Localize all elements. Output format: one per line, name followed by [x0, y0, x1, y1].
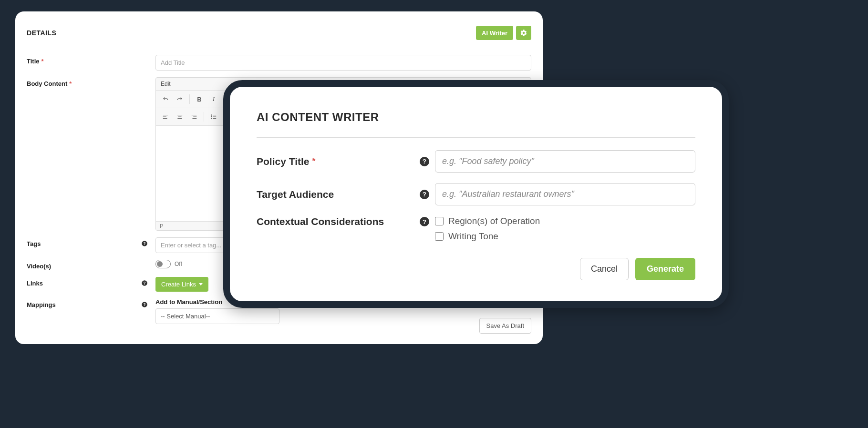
- align-right-button[interactable]: [187, 110, 201, 123]
- toggle-thumb: [157, 261, 163, 267]
- redo-icon: [176, 96, 183, 102]
- regions-checkbox[interactable]: [435, 217, 444, 225]
- body-content-label: Body Content *: [27, 77, 155, 231]
- title-row: Title *: [27, 55, 531, 71]
- svg-text:?: ?: [144, 303, 146, 307]
- tone-label: Writing Tone: [448, 231, 498, 242]
- save-draft-wrap: Save As Draft: [479, 318, 531, 334]
- generate-button[interactable]: Generate: [635, 258, 695, 280]
- links-label: Links ?: [27, 277, 155, 292]
- links-label-text: Links: [27, 280, 43, 287]
- svg-point-10: [211, 116, 212, 117]
- cancel-button[interactable]: Cancel: [580, 258, 629, 280]
- required-indicator: *: [312, 156, 316, 166]
- help-icon[interactable]: ?: [141, 301, 148, 309]
- policy-title-label-text: Policy Title: [257, 156, 310, 167]
- question-circle-icon: ?: [420, 190, 429, 199]
- tags-label-text: Tags: [27, 240, 41, 247]
- contextual-help[interactable]: ?: [414, 216, 435, 226]
- list-icon: [210, 113, 217, 120]
- regions-checkbox-row[interactable]: Region(s) of Operation: [435, 216, 695, 226]
- policy-title-input[interactable]: [435, 150, 695, 173]
- policy-title-row: Policy Title * ?: [257, 150, 695, 173]
- question-circle-icon: ?: [141, 280, 148, 286]
- section-title: DETAILS: [27, 29, 56, 37]
- caret-down-icon: [199, 283, 203, 285]
- manual-select[interactable]: -- Select Manual--: [155, 308, 279, 324]
- title-label-text: Title: [27, 58, 40, 65]
- help-icon[interactable]: ?: [141, 280, 148, 288]
- align-left-icon: [162, 113, 169, 120]
- gear-icon: [520, 29, 527, 37]
- videos-label-text: Video(s): [27, 263, 51, 270]
- svg-text:?: ?: [144, 281, 146, 285]
- target-audience-help[interactable]: ?: [414, 190, 435, 199]
- body-content-label-text: Body Content: [27, 80, 67, 87]
- tags-label: Tags ?: [27, 237, 155, 253]
- policy-title-label: Policy Title *: [257, 156, 414, 167]
- contextual-options: Region(s) of Operation Writing Tone: [435, 216, 695, 242]
- redo-button[interactable]: [173, 92, 186, 106]
- title-label: Title *: [27, 55, 155, 71]
- policy-title-help[interactable]: ?: [414, 157, 435, 166]
- question-circle-icon: ?: [420, 157, 429, 166]
- videos-label: Video(s): [27, 260, 155, 270]
- target-audience-input[interactable]: [435, 183, 695, 205]
- mappings-label-text: Mappings: [27, 301, 56, 308]
- italic-button[interactable]: I: [207, 92, 220, 106]
- details-header: DETAILS AI Writer: [27, 26, 531, 46]
- question-circle-icon: ?: [420, 217, 429, 226]
- target-audience-row: Target Audience ?: [257, 183, 695, 205]
- ai-modal-title: AI CONTENT WRITER: [257, 111, 695, 138]
- align-center-icon: [176, 113, 183, 120]
- required-indicator: *: [41, 58, 44, 65]
- contextual-row: Contextual Considerations ? Region(s) of…: [257, 216, 695, 242]
- undo-icon: [162, 96, 169, 102]
- settings-button[interactable]: [516, 26, 531, 40]
- create-links-button[interactable]: Create Links: [155, 277, 208, 292]
- help-icon[interactable]: ?: [141, 240, 148, 248]
- toolbar-separator: [204, 112, 204, 122]
- tone-checkbox[interactable]: [435, 232, 444, 241]
- svg-point-11: [211, 118, 212, 119]
- create-links-text: Create Links: [161, 281, 196, 288]
- undo-button[interactable]: [159, 92, 172, 106]
- question-circle-icon: ?: [141, 301, 148, 308]
- svg-point-9: [211, 115, 212, 115]
- target-audience-label: Target Audience: [257, 189, 414, 200]
- toggle-state-label: Off: [175, 261, 182, 267]
- videos-toggle[interactable]: Off: [155, 260, 182, 268]
- contextual-label: Contextual Considerations: [257, 216, 414, 227]
- title-input[interactable]: [155, 55, 531, 71]
- ai-writer-button[interactable]: AI Writer: [476, 26, 513, 40]
- tone-checkbox-row[interactable]: Writing Tone: [435, 231, 695, 242]
- ai-content-writer-modal: AI CONTENT WRITER Policy Title * ? Targe…: [223, 80, 729, 308]
- bold-button[interactable]: B: [193, 92, 206, 106]
- ai-modal-actions: Cancel Generate: [257, 258, 695, 280]
- bullet-list-button[interactable]: [207, 110, 220, 123]
- regions-label: Region(s) of Operation: [448, 216, 540, 226]
- question-circle-icon: ?: [141, 240, 148, 247]
- save-as-draft-button[interactable]: Save As Draft: [479, 318, 531, 334]
- align-left-button[interactable]: [159, 110, 172, 123]
- toggle-track: [155, 260, 171, 268]
- header-actions: AI Writer: [476, 26, 531, 40]
- mappings-label: Mappings ?: [27, 298, 155, 324]
- required-indicator: *: [69, 80, 72, 87]
- align-right-icon: [191, 113, 197, 120]
- toolbar-separator: [189, 94, 190, 104]
- svg-text:?: ?: [144, 242, 146, 246]
- align-center-button[interactable]: [173, 110, 186, 123]
